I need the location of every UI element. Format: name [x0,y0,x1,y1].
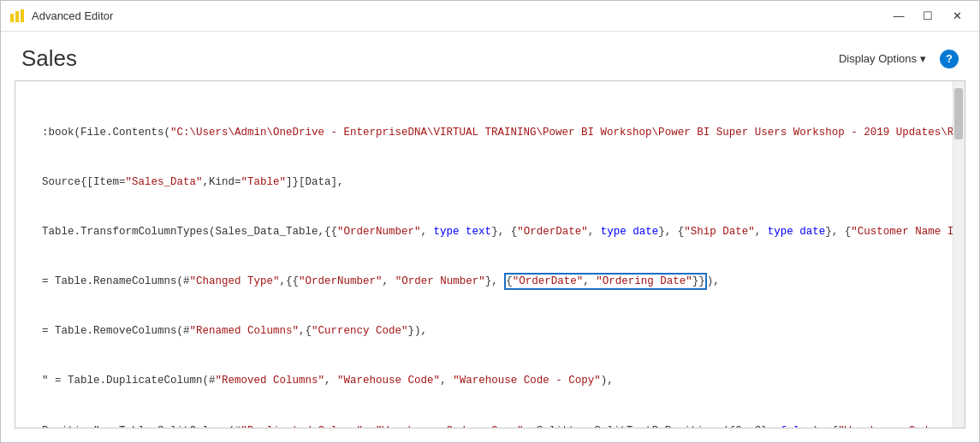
display-options-label: Display Options [839,52,917,65]
svg-rect-0 [10,14,14,22]
header-area: Sales Display Options ▾ ? [1,32,979,80]
editor-area: :book(File.Contents("C:\Users\Admin\OneD… [15,80,965,428]
advanced-editor-window: Advanced Editor — ☐ ✕ Sales Display Opti… [0,0,980,443]
maximize-button[interactable]: ☐ [914,4,941,28]
minimize-button[interactable]: — [885,4,912,28]
title-bar-controls: — ☐ ✕ [885,4,971,28]
chevron-down-icon: ▾ [920,52,926,65]
code-container[interactable]: :book(File.Contents("C:\Users\Admin\OneD… [15,81,953,428]
code-line-3: Table.TransformColumnTypes(Sales_Data_Ta… [29,224,939,240]
code-line-4: = Table.RenameColumns(#"Changed Type",{{… [29,274,939,290]
power-bi-icon [9,9,25,24]
help-button[interactable]: ? [940,50,959,68]
scrollbar-thumb[interactable] [954,88,963,139]
svg-rect-1 [15,11,19,22]
code-line-1: :book(File.Contents("C:\Users\Admin\OneD… [29,125,939,141]
scrollbar-track[interactable] [953,81,965,428]
code-line-6: " = Table.DuplicateColumn(#"Removed Colu… [29,373,939,389]
page-title: Sales [21,45,77,72]
code-line-2: Source{[Item="Sales_Data",Kind="Table"]}… [29,174,939,191]
title-bar-title: Advanced Editor [32,9,113,22]
close-button[interactable]: ✕ [943,4,971,28]
header-right: Display Options ▾ ? [834,49,959,68]
title-bar-left: Advanced Editor [9,9,113,24]
display-options-button[interactable]: Display Options ▾ [834,49,931,68]
code-line-5: = Table.RemoveColumns(#"Renamed Columns"… [29,323,939,340]
code-line-7: Position" = Table.SplitColumn(#"Duplicat… [29,423,939,428]
title-bar: Advanced Editor — ☐ ✕ [1,1,979,32]
svg-rect-2 [21,9,24,22]
